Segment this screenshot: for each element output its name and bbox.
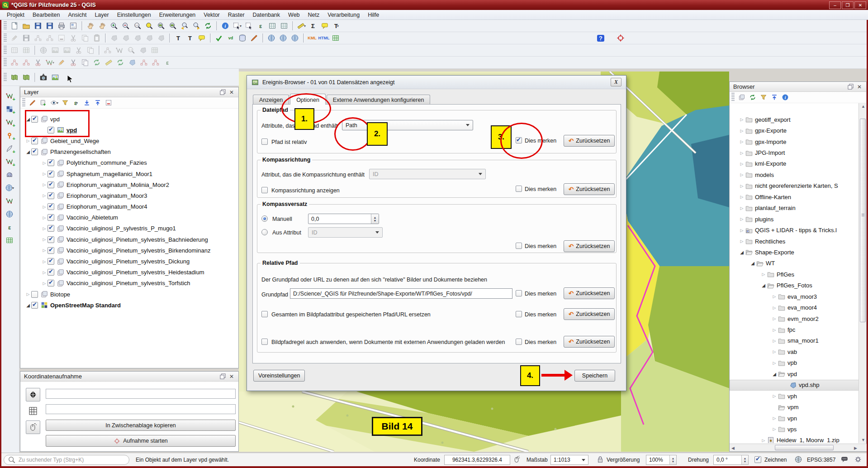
toolbar-grip[interactable] <box>4 21 7 30</box>
browser-item-offline-karten[interactable]: ▷Offline-Karten <box>730 191 859 202</box>
identify-features-button[interactable]: i <box>219 20 231 31</box>
copy-to-clipboard-button[interactable]: In Zwischenablage kopieren <box>46 420 236 431</box>
raster-histogram-button[interactable] <box>9 45 20 56</box>
expander-closed-icon[interactable]: ▷ <box>771 316 778 321</box>
voreinstellungen-button[interactable]: Voreinstellungen <box>253 370 305 382</box>
layer-visibility-checkbox[interactable] <box>47 247 54 254</box>
expander-open-icon[interactable]: ◢ <box>25 149 31 154</box>
zoom-to-layer-button[interactable] <box>167 20 179 31</box>
geometry-checker-button[interactable] <box>213 33 225 43</box>
polygonize-button[interactable] <box>137 45 149 56</box>
expander-closed-icon[interactable]: ▷ <box>41 161 47 165</box>
raster-translate-button[interactable] <box>61 45 73 56</box>
browser-item-vpb[interactable]: ▷vpb <box>730 358 859 368</box>
attribute-grid-button[interactable] <box>330 33 342 43</box>
layer-item-vaccinio-uliginosi-pinetum-sylvestris-bachniederung[interactable]: ▷Vaccinio_uliginosi_Pinetum_sylvestris_B… <box>20 234 238 245</box>
toolbar-grip[interactable] <box>4 46 7 55</box>
coordinate-capture-plugin-button[interactable] <box>615 33 626 43</box>
zoom-in-button[interactable] <box>108 20 120 31</box>
layer-item-sphagnetum-magellanici-moor1[interactable]: ▷Sphagnetum_magellanici_Moor1 <box>20 168 238 179</box>
expander-open-icon[interactable]: ◢ <box>771 372 778 377</box>
layer-visibility-checkbox[interactable] <box>47 127 54 134</box>
dialog-close-button[interactable]: X <box>611 78 621 86</box>
expander-open-icon[interactable]: ◢ <box>760 283 767 288</box>
versatz-attribute-combo[interactable]: ID <box>308 227 383 238</box>
expander-closed-icon[interactable]: ▷ <box>760 272 767 277</box>
layer-item-openstreetmap-standard[interactable]: ◢OpenStreetMap Standard <box>20 300 238 310</box>
expander-closed-icon[interactable]: ▷ <box>739 228 745 233</box>
browser-item-vpd-shp[interactable]: vpd.shp <box>730 380 859 391</box>
diagram-options-button[interactable] <box>196 33 208 43</box>
modify-attributes-button[interactable]: ε <box>161 57 173 68</box>
select-features-button[interactable]: ▾ <box>231 20 243 31</box>
new-mesh-layer-button[interactable]: + <box>4 117 15 128</box>
help-contents-button[interactable]: ? <box>595 33 607 43</box>
paste-features-button[interactable] <box>91 33 103 43</box>
reset-button-6[interactable]: ↶Zurücksetzen <box>564 336 615 348</box>
koordinate-field[interactable]: 962341.3,6229326.4 <box>444 455 510 465</box>
layer-visibility-checkbox[interactable] <box>47 171 54 177</box>
map-theme-2-button[interactable] <box>20 72 32 83</box>
path-attribute-combo[interactable]: Path <box>342 120 473 130</box>
refresh-map-button[interactable] <box>202 20 214 31</box>
browser-item-vpn[interactable]: ▷vpn <box>730 413 859 424</box>
expander-closed-icon[interactable]: ▷ <box>771 306 778 310</box>
filter-by-expression-button[interactable]: ε▾ <box>71 98 81 108</box>
browser-item-plugins[interactable]: ▷plugins <box>730 214 859 224</box>
toggle-editing-button[interactable] <box>9 33 20 43</box>
reset-button-2[interactable]: ↶Zurücksetzen <box>564 183 615 195</box>
expander-closed-icon[interactable]: ▷ <box>41 193 47 198</box>
layer-item-pflanzengesellschaften[interactable]: ◢Pflanzengesellschaften <box>20 147 238 158</box>
expander-closed-icon[interactable]: ▷ <box>771 339 778 343</box>
float-panel-icon[interactable] <box>219 89 226 96</box>
delete-part-button[interactable] <box>150 57 161 68</box>
browser-item-wt[interactable]: ◢WT <box>730 258 859 269</box>
expander-closed-icon[interactable]: ▷ <box>41 259 47 264</box>
mouse-position-icon[interactable] <box>512 455 521 465</box>
expander-open-icon[interactable]: ◢ <box>739 250 745 255</box>
zoom-native-button[interactable]: 1:1 <box>132 20 143 31</box>
kompass-anzeigen-checkbox[interactable] <box>261 187 268 193</box>
float-panel-icon[interactable] <box>847 84 854 90</box>
expander-closed-icon[interactable]: ▷ <box>739 139 745 144</box>
layer-item-vaccinio-uliginosi-pinetum-sylvestris-torfstich[interactable]: ▷Vaccinio_uliginosi_Pinetum_sylvestris_T… <box>20 278 238 289</box>
rectangle-from-extent-button[interactable] <box>143 33 155 43</box>
merge-raster-button[interactable] <box>85 45 96 56</box>
fill-ring-button[interactable] <box>126 57 138 68</box>
add-wms-service-button[interactable] <box>277 33 289 43</box>
browser-item-vpm[interactable]: vpm <box>730 401 859 412</box>
add-vector-layer-button[interactable] <box>4 196 15 206</box>
browser-item-jpg-import[interactable]: ▷JPG-Import <box>730 147 859 158</box>
expander-closed-icon[interactable]: ▷ <box>771 394 778 398</box>
new-project-button[interactable] <box>9 20 20 31</box>
layer-visibility-checkbox[interactable] <box>31 148 38 155</box>
rasterize-button[interactable] <box>149 45 161 56</box>
layer-visibility-checkbox[interactable] <box>47 214 54 221</box>
expander-open-icon[interactable]: ◢ <box>25 303 31 308</box>
manuell-spinbox[interactable]: 0,0 ▲▼ <box>308 214 379 224</box>
layer-visibility-checkbox[interactable] <box>31 302 38 309</box>
browser-item-eva-moor4[interactable]: ▷eva_moor4 <box>730 302 859 313</box>
expander-open-icon[interactable]: ◢ <box>25 117 31 122</box>
regular-polygon-button[interactable] <box>155 33 167 43</box>
simplify-feature-button[interactable] <box>9 57 20 68</box>
expander-closed-icon[interactable]: ▷ <box>771 416 778 420</box>
menu-einstellungen[interactable]: Einstellungen <box>113 11 155 19</box>
open-layer-styling-button[interactable] <box>27 98 38 108</box>
menu-erweiterungen[interactable]: Erweiterungen <box>155 11 200 19</box>
expander-closed-icon[interactable]: ▷ <box>41 182 47 187</box>
vertex-tool-button[interactable] <box>44 33 56 43</box>
layer-labeling-options-button[interactable]: T <box>172 33 184 43</box>
save-project-button[interactable] <box>32 20 44 31</box>
layer-visibility-checkbox[interactable] <box>47 236 54 243</box>
browser-item-vph[interactable]: ▷vph <box>730 391 859 401</box>
layer-item-eriophorum-vaginatum-molinia-moor2[interactable]: ▷Eriophorum_vaginatum_Molinia_Moor2 <box>20 179 238 190</box>
expander-closed-icon[interactable]: ▷ <box>739 172 745 177</box>
browser-item-rechtliches[interactable]: ▷Rechtliches <box>730 236 859 247</box>
bildpfadregel-checkbox[interactable] <box>261 339 268 345</box>
pfad-ersetzen-checkbox[interactable] <box>261 311 268 317</box>
save-layer-edits-button[interactable] <box>20 33 32 43</box>
expander-closed-icon[interactable]: ▷ <box>771 328 778 332</box>
delete-ring-button[interactable] <box>138 57 150 68</box>
layer-item-vaccinio-uliginosi-p-sylvestris-p-mugo1[interactable]: ▷Vaccinio_uliginosi_P_sylvestris_P_mugo1 <box>20 223 238 234</box>
